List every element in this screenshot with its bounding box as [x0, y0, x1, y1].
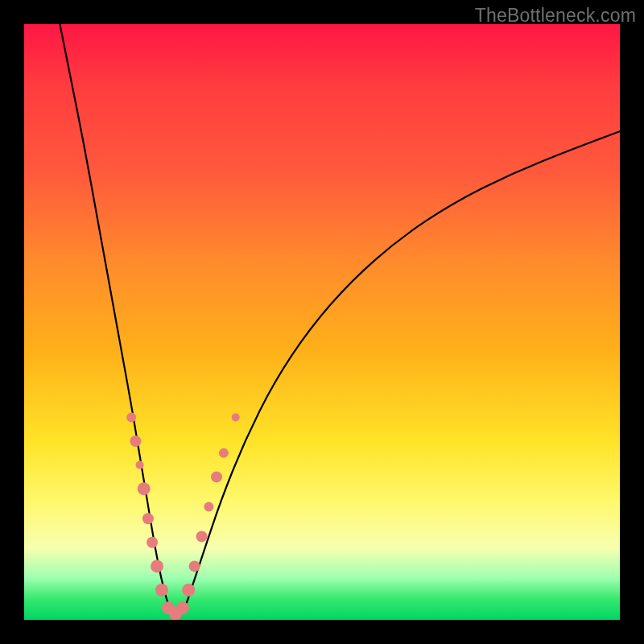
marker-group: [126, 412, 240, 620]
data-marker: [151, 559, 163, 572]
data-marker: [189, 560, 200, 572]
bottleneck-curve: [60, 24, 620, 614]
data-marker: [204, 502, 213, 511]
data-marker: [138, 482, 151, 495]
data-marker: [219, 448, 229, 458]
data-marker: [147, 537, 158, 548]
data-marker: [155, 584, 168, 597]
data-marker: [196, 530, 208, 542]
data-marker: [232, 413, 240, 421]
chart-frame: TheBottleneck.com: [0, 0, 644, 644]
data-marker: [136, 461, 144, 469]
curve-layer: [24, 24, 620, 620]
data-marker: [126, 412, 136, 422]
watermark-text: TheBottleneck.com: [475, 5, 636, 27]
data-marker: [211, 471, 222, 482]
data-marker: [176, 601, 189, 614]
plot-area: [24, 24, 620, 620]
data-marker: [182, 584, 195, 597]
data-marker: [142, 513, 154, 524]
data-marker: [130, 436, 141, 447]
